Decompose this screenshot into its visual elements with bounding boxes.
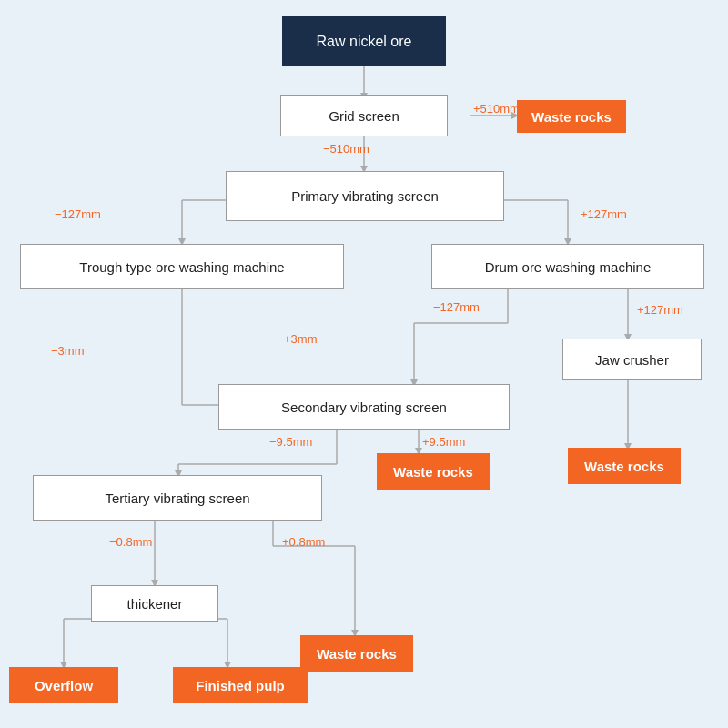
label-3mm-plus: +3mm xyxy=(284,332,317,346)
tertiary-vibrating-screen-node: Tertiary vibrating screen xyxy=(33,475,322,521)
label-127mm-minus-secondary: −127mm xyxy=(433,300,480,314)
primary-vibrating-screen-node: Primary vibrating screen xyxy=(226,171,504,221)
trough-ore-washing-node: Trough type ore washing machine xyxy=(20,244,344,289)
waste-rocks-2-node: Waste rocks xyxy=(377,453,490,490)
waste-rocks-4-node: Waste rocks xyxy=(300,635,413,672)
grid-screen-label: Grid screen xyxy=(329,108,399,124)
trough-ore-washing-label: Trough type ore washing machine xyxy=(79,259,284,275)
label-3mm-minus: −3mm xyxy=(51,344,84,358)
label-510mm-minus: −510mm xyxy=(323,142,369,156)
label-0-8mm-minus: −0.8mm xyxy=(109,535,152,549)
diagram: Raw nickel ore Grid screen +510mm Waste … xyxy=(0,0,728,728)
label-510mm-plus: +510mm xyxy=(473,102,520,116)
finished-pulp-label: Finished pulp xyxy=(196,678,285,693)
jaw-crusher-label: Jaw crusher xyxy=(595,352,669,368)
label-0-8mm-plus: +0.8mm xyxy=(282,535,325,549)
label-9-5mm-plus: +9.5mm xyxy=(422,435,465,449)
primary-vibrating-screen-label: Primary vibrating screen xyxy=(291,188,439,204)
raw-nickel-ore-node: Raw nickel ore xyxy=(282,16,446,66)
grid-screen-node: Grid screen xyxy=(280,95,448,136)
thickener-label: thickener xyxy=(127,596,183,612)
label-127mm-plus-right: +127mm xyxy=(581,207,627,221)
waste-rocks-1-node: Waste rocks xyxy=(517,100,626,133)
overflow-label: Overflow xyxy=(35,678,93,693)
thickener-node: thickener xyxy=(91,585,218,622)
secondary-vibrating-screen-label: Secondary vibrating screen xyxy=(281,399,447,415)
drum-ore-washing-label: Drum ore washing machine xyxy=(485,259,652,275)
waste-rocks-4-label: Waste rocks xyxy=(317,646,397,662)
secondary-vibrating-screen-node: Secondary vibrating screen xyxy=(218,384,510,430)
waste-rocks-1-label: Waste rocks xyxy=(531,109,612,125)
raw-nickel-ore-label: Raw nickel ore xyxy=(317,34,412,50)
label-127mm-minus-left: −127mm xyxy=(55,207,101,221)
drum-ore-washing-node: Drum ore washing machine xyxy=(431,244,704,289)
waste-rocks-jaw-label: Waste rocks xyxy=(584,459,664,474)
jaw-crusher-node: Jaw crusher xyxy=(562,339,702,380)
tertiary-vibrating-screen-label: Tertiary vibrating screen xyxy=(105,490,249,506)
waste-rocks-jaw-node: Waste rocks xyxy=(568,448,681,484)
finished-pulp-node: Finished pulp xyxy=(173,667,308,703)
label-127mm-plus-jaw: +127mm xyxy=(637,303,683,317)
label-9-5mm-minus: −9.5mm xyxy=(269,435,312,449)
overflow-node: Overflow xyxy=(9,667,118,703)
waste-rocks-2-label: Waste rocks xyxy=(393,464,473,480)
